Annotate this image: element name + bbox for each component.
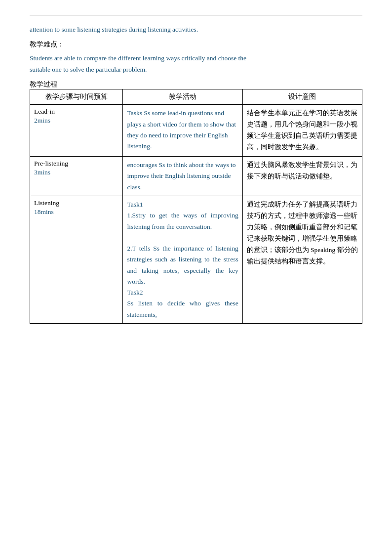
step-time-leadin: 2mins bbox=[34, 117, 50, 124]
main-table: 教学步骤与时间预算 教学活动 设计意图 Lead-in 2mins Tasks … bbox=[30, 89, 362, 323]
activity-prelistening: encourages Ss to think about the ways to… bbox=[123, 157, 242, 196]
table-row: Pre-listening 3mins encourages Ss to thi… bbox=[30, 157, 362, 196]
top-divider bbox=[30, 15, 362, 15]
step-listening: Listening 18mins bbox=[30, 196, 123, 324]
header-activities: 教学活动 bbox=[123, 89, 242, 105]
difficulty-text: Students are able to compare the differe… bbox=[30, 53, 362, 76]
design-listening: 通过完成听力任务了解提高英语听力技巧的方式，过程中教师渗透一些听力策略，例如侧重… bbox=[242, 196, 362, 324]
step-time-listening: 18mins bbox=[34, 208, 54, 215]
activity-text-prelistening: encourages Ss to think about the ways to… bbox=[127, 161, 235, 191]
activity-leadin: Tasks Ss some lead-in questions and play… bbox=[123, 105, 242, 157]
header-steps: 教学步骤与时间预算 bbox=[30, 89, 123, 105]
difficulty-line1: Students are able to compare the differe… bbox=[30, 54, 246, 62]
task1-activity: 1.Sstry to get the ways of improving lis… bbox=[127, 212, 238, 230]
design-text-prelistening: 通过头脑风暴激发学生背景知识，为接下来的听与说活动做铺垫。 bbox=[247, 161, 357, 180]
intro-text: attention to some listening strategies d… bbox=[30, 24, 362, 35]
table-header-row: 教学步骤与时间预算 教学活动 设计意图 bbox=[30, 89, 362, 105]
task2-intro: 2.T tells Ss the importance of listening… bbox=[127, 245, 238, 285]
header-design: 设计意图 bbox=[242, 89, 362, 105]
design-prelistening: 通过头脑风暴激发学生背景知识，为接下来的听与说活动做铺垫。 bbox=[242, 157, 362, 196]
page-container: attention to some listening strategies d… bbox=[0, 0, 392, 555]
activity-text-listening: Task1 1.Sstry to get the ways of improvi… bbox=[127, 199, 238, 320]
task2-activity: Ss listen to decide who gives these stat… bbox=[127, 299, 238, 318]
difficulty-label: 教学难点： bbox=[30, 40, 362, 49]
design-leadin: 结合学生本单元正在学习的英语发展史话题，用几个热身问题和一段小视频让学生意识到自… bbox=[242, 105, 362, 157]
step-name-prelistening: Pre-listening bbox=[34, 160, 118, 168]
activity-text-leadin: Tasks Ss some lead-in questions and play… bbox=[127, 109, 235, 150]
step-name-listening: Listening bbox=[34, 199, 118, 207]
step-time-prelistening: 3mins bbox=[34, 169, 50, 176]
activity-listening: Task1 1.Sstry to get the ways of improvi… bbox=[123, 196, 242, 324]
difficulty-line2: suitable one to solve the particular pro… bbox=[30, 66, 147, 73]
step-name-leadin: Lead-in bbox=[34, 108, 118, 116]
process-label: 教学过程 bbox=[30, 80, 362, 89]
design-text-listening: 通过完成听力任务了解提高英语听力技巧的方式，过程中教师渗透一些听力策略，例如侧重… bbox=[247, 201, 358, 265]
design-text-leadin: 结合学生本单元正在学习的英语发展史话题，用几个热身问题和一段小视频让学生意识到自… bbox=[247, 109, 357, 151]
table-row: Lead-in 2mins Tasks Ss some lead-in ques… bbox=[30, 105, 362, 157]
task2-label: Task2 bbox=[127, 289, 143, 296]
task1-label: Task1 bbox=[127, 201, 143, 208]
step-leadin: Lead-in 2mins bbox=[30, 105, 123, 157]
step-prelistening: Pre-listening 3mins bbox=[30, 157, 123, 196]
table-row: Listening 18mins Task1 1.Sstry to get th… bbox=[30, 196, 362, 324]
